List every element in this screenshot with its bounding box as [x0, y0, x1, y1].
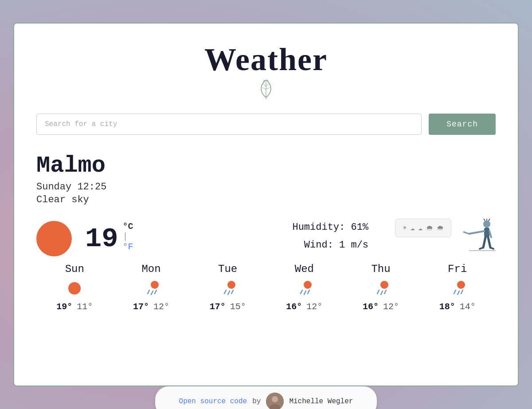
- forecast-temps-thu: 16° 12°: [363, 302, 399, 312]
- svg-point-22: [151, 281, 159, 289]
- search-button[interactable]: Search: [429, 114, 496, 135]
- rain-forecast-icon-tue: [218, 279, 238, 298]
- low-tue: 15°: [230, 302, 246, 312]
- forecast-day-tue: Tue 17° 15°: [189, 263, 266, 312]
- low-wed: 12°: [306, 302, 322, 312]
- day-label-wed: Wed: [295, 263, 314, 275]
- svg-line-23: [148, 290, 149, 294]
- svg-line-25: [155, 290, 156, 294]
- footer-bar: Open source code by Michelle Wegler: [155, 386, 377, 409]
- svg-point-26: [227, 281, 235, 289]
- svg-line-28: [228, 291, 230, 295]
- rain-forecast-icon-thu: [371, 279, 391, 298]
- svg-line-27: [224, 290, 226, 294]
- svg-line-4: [262, 88, 266, 89]
- svg-line-36: [381, 291, 383, 295]
- footer-by: by: [252, 397, 261, 405]
- condition: Clear sky: [36, 194, 496, 205]
- svg-line-24: [151, 291, 153, 295]
- svg-line-2: [266, 88, 270, 89]
- svg-line-16: [490, 248, 493, 249]
- svg-point-21: [68, 282, 81, 295]
- svg-line-11: [464, 232, 469, 234]
- svg-line-10: [469, 231, 484, 234]
- low-sun: 11°: [77, 302, 93, 312]
- svg-line-29: [231, 290, 233, 294]
- low-fri: 14°: [460, 302, 476, 312]
- forecast-temps-sun: 19° 11°: [56, 302, 93, 312]
- wind-label: Wind:: [304, 240, 333, 251]
- svg-line-1: [266, 84, 269, 86]
- search-input[interactable]: [36, 114, 422, 135]
- high-mon: 17°: [133, 302, 149, 312]
- author-name: Michelle Wegler: [289, 397, 353, 405]
- svg-point-6: [267, 80, 268, 81]
- strip-rain2-icon: 🌧: [437, 224, 444, 232]
- icon-strip: ☀ ☁ ☁ 🌧 🌧: [395, 219, 451, 237]
- svg-point-8: [483, 220, 490, 228]
- rain-forecast-icon-wed: [294, 279, 314, 298]
- wind-value: 1 m/s: [339, 240, 368, 251]
- strip-rain-icon: 🌧: [426, 224, 433, 232]
- svg-point-5: [264, 80, 265, 82]
- forecast-temps-wed: 16° 12°: [286, 302, 322, 312]
- leaf-icon: [255, 78, 277, 100]
- high-tue: 17°: [210, 302, 226, 312]
- unit-separator: |: [122, 232, 133, 242]
- svg-line-12: [489, 231, 491, 237]
- day-label-fri: Fri: [448, 263, 467, 275]
- rain-forecast-icon-fri: [448, 279, 467, 298]
- app-title: Weather: [36, 41, 496, 78]
- person-illustration: [460, 219, 496, 259]
- svg-line-37: [384, 290, 386, 294]
- author-avatar: [266, 393, 284, 409]
- search-row: Search: [36, 114, 496, 135]
- svg-point-43: [272, 396, 278, 402]
- low-thu: 12°: [383, 302, 399, 312]
- celsius-unit[interactable]: °C: [122, 221, 133, 232]
- svg-line-18: [484, 219, 485, 221]
- svg-point-38: [457, 281, 465, 289]
- temperature-display: 19: [85, 223, 118, 255]
- forecast-temps-mon: 17° 12°: [133, 302, 169, 312]
- sun-forecast-icon: [65, 279, 84, 298]
- unit-toggle: °C | °F: [122, 221, 133, 252]
- forecast-day-thu: Thu 16° 12°: [343, 263, 419, 312]
- city-name: Malmo: [36, 153, 496, 179]
- svg-line-13: [483, 237, 485, 248]
- humidity-value: 61%: [351, 222, 368, 233]
- forecast-day-wed: Wed 16° 12°: [266, 263, 343, 312]
- high-wed: 16°: [286, 302, 302, 312]
- svg-line-32: [304, 291, 306, 295]
- strip-sun-icon: ☀: [403, 224, 407, 232]
- high-sun: 19°: [56, 302, 72, 312]
- open-source-link[interactable]: Open source code: [179, 397, 247, 405]
- humidity-label: Humidity:: [292, 222, 345, 233]
- svg-line-20: [489, 219, 490, 221]
- fahrenheit-unit[interactable]: °F: [122, 242, 133, 252]
- date-time: Sunday 12:25: [36, 181, 496, 193]
- svg-line-15: [480, 248, 483, 249]
- svg-line-14: [488, 237, 490, 248]
- svg-line-39: [454, 290, 456, 294]
- rain-forecast-icon-mon: [141, 279, 161, 298]
- forecast-day-sun: Sun 19° 11°: [36, 263, 113, 312]
- strip-cloud2-icon: ☁: [418, 224, 422, 232]
- forecast-day-fri: Fri 18° 14°: [419, 263, 496, 312]
- wind-row: Wind: 1 m/s: [292, 236, 368, 254]
- day-label-tue: Tue: [218, 263, 237, 275]
- header: Weather: [36, 41, 496, 100]
- svg-line-31: [301, 290, 302, 294]
- right-section: Humidity: 61% Wind: 1 m/s ☀ ☁ ☁ 🌧 🌧: [292, 219, 496, 259]
- forecast-day-mon: Mon 17° 12°: [113, 263, 190, 312]
- sun-icon: [36, 221, 72, 256]
- weather-details: Humidity: 61% Wind: 1 m/s: [292, 219, 368, 254]
- day-label-thu: Thu: [371, 263, 390, 275]
- svg-line-33: [308, 290, 309, 294]
- forecast-temps-tue: 17° 15°: [210, 302, 246, 312]
- day-label-mon: Mon: [141, 263, 160, 275]
- svg-line-35: [377, 290, 379, 294]
- current-weather-row: 19 °C | °F Humidity: 61% Wind: 1 m/s ☀ ☁: [36, 219, 496, 259]
- svg-line-3: [263, 84, 266, 86]
- forecast-temps-fri: 18° 14°: [439, 302, 476, 312]
